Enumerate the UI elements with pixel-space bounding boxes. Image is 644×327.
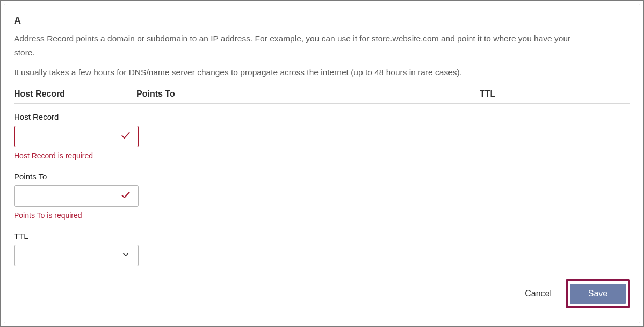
dns-record-panel: A Address Record points a domain or subd… [4,4,640,323]
chevron-down-icon [121,250,131,261]
save-button[interactable]: Save [570,284,626,304]
points-to-label: Points To [14,172,630,181]
host-record-label: Host Record [14,112,630,121]
ttl-label: TTL [14,231,630,241]
col-header-host: Host Record [14,89,136,99]
record-description-2: It usually takes a few hours for DNS/nam… [14,66,630,79]
col-header-ttl: TTL [480,89,630,99]
points-to-field: Points To Points To is required [14,172,630,220]
window-frame: A Address Record points a domain or subd… [0,0,644,327]
host-record-input[interactable] [14,126,139,147]
save-button-highlight: Save [566,279,630,308]
points-to-input[interactable] [14,185,139,207]
action-bar: Cancel Save [14,279,630,314]
host-record-error: Host Record is required [14,151,630,160]
ttl-field: TTL [14,231,630,266]
record-type-heading: A [14,15,630,26]
record-description-1: Address Record points a domain or subdom… [14,32,578,59]
col-header-points: Points To [136,89,480,99]
host-record-field: Host Record Host Record is required [14,112,630,160]
ttl-select[interactable] [14,245,139,266]
column-headers: Host Record Points To TTL [14,89,630,104]
cancel-button[interactable]: Cancel [523,284,554,304]
points-to-error: Points To is required [14,211,630,220]
